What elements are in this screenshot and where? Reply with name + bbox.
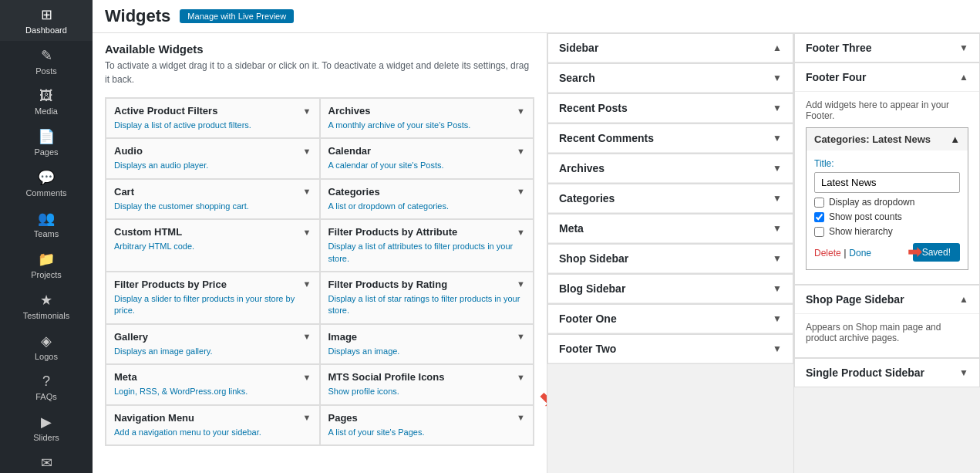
footer-four-header[interactable]: Footer Four ▲ — [795, 63, 979, 91]
widget-meta[interactable]: Meta ▼ Login, RSS, & WordPress.org links… — [106, 364, 320, 404]
main-content: Widgets Manage with Live Preview Availab… — [93, 0, 980, 473]
widget-actions: Delete | Done ➡ Saved! — [814, 243, 960, 262]
contact-icon: ✉ — [41, 454, 52, 471]
widget-area-recent-posts-header[interactable]: Recent Posts ▼ — [548, 94, 793, 123]
widget-image[interactable]: Image ▼ Displays an image. — [320, 324, 534, 364]
chevron-down-icon: ▼ — [303, 147, 312, 156]
right-panel: Footer Three ▼ ➡ Footer Four ▲ Add widge… — [794, 33, 980, 473]
widget-active-product-filters[interactable]: Active Product Filters ▼ Display a list … — [106, 98, 320, 138]
widget-filter-products-by-price[interactable]: Filter Products by Price ▼ Display a sli… — [106, 272, 320, 324]
recent-comments-label: Recent Comments — [559, 132, 654, 144]
sidebar-label: Sliders — [33, 433, 59, 442]
posts-icon: ✎ — [41, 47, 52, 64]
widget-area-archives-header[interactable]: Archives ▼ — [548, 154, 793, 183]
dashboard-icon: ⊞ — [41, 6, 52, 23]
sidebar-item-faqs[interactable]: ? FAQs — [0, 367, 93, 407]
chevron-down-icon: ▼ — [773, 283, 782, 294]
available-widgets-desc: To activate a widget drag it to a sideba… — [105, 59, 534, 86]
title-field-input[interactable] — [814, 172, 960, 193]
footer-three-header[interactable]: Footer Three ▼ — [795, 34, 979, 62]
chevron-down-icon: ▼ — [303, 413, 312, 422]
sidebar-item-teams[interactable]: 👥 Teams — [0, 204, 93, 245]
sidebar-item-media[interactable]: 🖼 Media — [0, 82, 93, 122]
footer-three-label: Footer Three — [806, 42, 872, 54]
widget-area-shop-sidebar-header[interactable]: Shop Sidebar ▼ — [548, 245, 793, 273]
categories-widget-header[interactable]: Categories: Latest News ▲ — [807, 128, 968, 150]
widget-area-sidebar-header[interactable]: Sidebar ▲ — [548, 34, 793, 63]
saved-btn-wrapper: ➡ Saved! — [913, 243, 960, 262]
widget-filter-products-by-attribute[interactable]: Filter Products by Attribute ▼ Display a… — [320, 219, 534, 272]
widget-archives[interactable]: Archives ▼ A monthly archive of your sit… — [320, 98, 534, 138]
sidebar-item-logos[interactable]: ◈ Logos — [0, 326, 93, 367]
faqs-icon: ? — [42, 373, 50, 390]
archives-label: Archives — [559, 162, 605, 174]
pages-icon: 📄 — [38, 128, 55, 145]
content-area: Available Widgets To activate a widget d… — [93, 33, 980, 473]
widget-pages[interactable]: Pages ▼ A list of your site's Pages. — [320, 405, 534, 445]
widget-area-meta: Meta ▼ — [547, 214, 793, 244]
categories-widget-body: Title: Display as dropdown Show post cou… — [807, 150, 968, 269]
projects-icon: 📁 — [38, 251, 55, 268]
footer-one-label: Footer One — [559, 313, 617, 325]
meta-label: Meta — [559, 222, 584, 235]
chevron-down-icon: ▼ — [517, 228, 525, 237]
recent-posts-label: Recent Posts — [559, 102, 628, 114]
sidebar-label: Posts — [35, 66, 57, 76]
sidebars-panel: Sidebar ▲ Search ▼ Recent Posts ▼ Recent… — [547, 33, 794, 473]
display-as-dropdown-checkbox[interactable] — [814, 198, 824, 208]
single-product-sidebar-area: Single Product Sidebar ▼ — [794, 358, 980, 387]
chevron-down-icon: ▼ — [303, 187, 312, 196]
widget-area-recent-comments: Recent Comments ▼ — [547, 123, 793, 154]
widget-area-search-header[interactable]: Search ▼ — [548, 64, 793, 93]
widget-area-categories-header[interactable]: Categories ▼ — [548, 184, 793, 213]
comments-icon: 💬 — [38, 169, 55, 186]
page-header: Widgets Manage with Live Preview — [93, 0, 980, 33]
manage-live-preview-button[interactable]: Manage with Live Preview — [180, 9, 294, 23]
chevron-up-icon: ▲ — [959, 294, 968, 305]
sidebar-item-testimonials[interactable]: ★ Testimonials — [0, 285, 93, 326]
widget-audio[interactable]: Audio ▼ Displays an audio player. — [106, 138, 320, 178]
widget-area-footer-one-header[interactable]: Footer One ▼ — [548, 305, 793, 333]
widget-custom-html[interactable]: Custom HTML ▼ Arbitrary HTML code. — [106, 219, 320, 272]
sidebar-item-pages[interactable]: 📄 Pages — [0, 122, 93, 163]
widget-area-footer-two-header[interactable]: Footer Two ▼ — [548, 335, 793, 363]
shop-page-sidebar-desc: Appears on Shop main page and product ar… — [806, 322, 968, 343]
sidebar-item-sliders[interactable]: ▶ Sliders — [0, 407, 93, 448]
sidebar-item-dashboard[interactable]: ⊞ Dashboard — [0, 0, 93, 41]
chevron-down-icon: ▼ — [303, 228, 312, 237]
footer-four-label: Footer Four — [806, 71, 867, 83]
chevron-down-icon: ▼ — [517, 413, 525, 422]
widget-area-meta-header[interactable]: Meta ▼ — [548, 215, 793, 243]
widget-navigation-menu[interactable]: Navigation Menu ▼ Add a navigation menu … — [106, 405, 320, 445]
sidebar-item-comments[interactable]: 💬 Comments — [0, 163, 93, 204]
chevron-down-icon: ▼ — [303, 279, 312, 289]
chevron-down-icon: ▼ — [517, 279, 525, 289]
shop-page-sidebar-label: Shop Page Sidebar — [806, 293, 904, 306]
chevron-down-icon: ▼ — [517, 147, 525, 156]
chevron-down-icon: ▼ — [517, 187, 525, 196]
chevron-up-icon: ▲ — [950, 133, 960, 145]
sidebar-label: Dashboard — [25, 25, 67, 35]
widget-area-blog-sidebar: Blog Sidebar ▼ — [547, 274, 793, 304]
delete-link[interactable]: Delete — [814, 248, 841, 258]
widget-cart[interactable]: Cart ▼ Display the customer shopping car… — [106, 179, 320, 219]
shop-page-sidebar-area: Shop Page Sidebar ▲ Appears on Shop main… — [794, 285, 980, 358]
widget-calendar[interactable]: Calendar ▼ A calendar of your site's Pos… — [320, 138, 534, 178]
widget-area-blog-sidebar-header[interactable]: Blog Sidebar ▼ — [548, 275, 793, 303]
widget-area-recent-comments-header[interactable]: Recent Comments ▼ — [548, 124, 793, 153]
single-product-sidebar-header[interactable]: Single Product Sidebar ▼ — [795, 359, 979, 387]
sidebar-label: Teams — [34, 229, 59, 238]
shop-page-sidebar-header[interactable]: Shop Page Sidebar ▲ — [795, 285, 979, 313]
shop-page-sidebar-body: Appears on Shop main page and product ar… — [795, 313, 979, 357]
widget-categories[interactable]: Categories ▼ A list or dropdown of categ… — [320, 179, 534, 219]
sidebar-item-projects[interactable]: 📁 Projects — [0, 245, 93, 285]
widget-gallery[interactable]: Gallery ▼ Displays an image gallery. — [106, 324, 320, 364]
red-arrow-3: ➡ — [533, 385, 547, 414]
widget-filter-products-by-rating[interactable]: Filter Products by Rating ▼ Display a li… — [320, 272, 534, 324]
show-post-counts-checkbox[interactable] — [814, 212, 824, 222]
show-hierarchy-checkbox[interactable] — [814, 227, 824, 237]
sidebar-item-contact[interactable]: ✉ Contact — [0, 448, 93, 473]
done-link[interactable]: Done — [849, 248, 871, 258]
sidebar-item-posts[interactable]: ✎ Posts — [0, 41, 93, 82]
widget-mts-social-profile-icons[interactable]: MTS Social Profile Icons ▼ Show profile … — [320, 364, 534, 404]
